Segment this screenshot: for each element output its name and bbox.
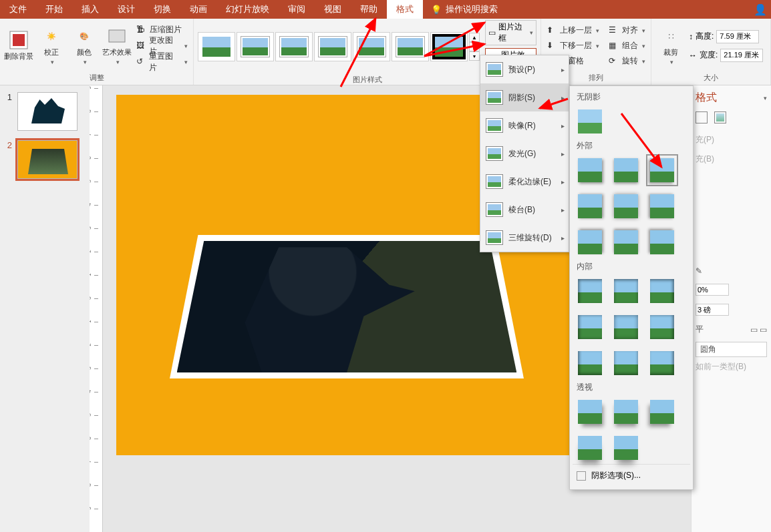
tab-slideshow[interactable]: 幻灯片放映 xyxy=(216,0,279,19)
shadow-option[interactable] xyxy=(650,279,674,303)
picture-icon[interactable] xyxy=(714,111,726,123)
crop-button[interactable]: ⸬ 裁剪 xyxy=(655,23,686,69)
color-label: 颜色 xyxy=(77,47,92,57)
tab-design[interactable]: 设计 xyxy=(108,0,144,19)
gallery-up-button[interactable]: ▲ xyxy=(469,33,480,42)
fill-option-p[interactable]: 充(P) xyxy=(696,130,767,150)
rotate-button[interactable]: ⟳旋转 xyxy=(607,54,647,69)
shadow-option[interactable] xyxy=(650,400,674,424)
size-input[interactable] xyxy=(696,304,729,316)
shadow-option[interactable] xyxy=(650,351,674,375)
transparency-row[interactable] xyxy=(696,280,767,300)
shadow-option[interactable] xyxy=(578,194,602,218)
shadow-option[interactable] xyxy=(578,436,602,460)
shadow-none-label: 无阴影 xyxy=(573,89,690,105)
picture-styles-gallery[interactable]: ▲ ▼ ▾ xyxy=(198,32,480,61)
send-backward-button[interactable]: ⬇下移一层 xyxy=(545,39,601,53)
gallery-more-button[interactable]: ▾ xyxy=(469,51,480,61)
tab-home[interactable]: 开始 xyxy=(36,0,72,19)
rounded-button[interactable]: 圆角 xyxy=(696,342,767,357)
lightbulb-icon: 💡 xyxy=(431,5,442,15)
shadow-option[interactable] xyxy=(578,351,602,375)
shadow-option[interactable] xyxy=(614,315,638,339)
style-thumb[interactable] xyxy=(314,32,351,61)
effects-rotate3d-item[interactable]: 三维旋转(D)▸ xyxy=(480,224,569,252)
effects-preset-item[interactable]: 预设(P)▸ xyxy=(480,55,569,83)
chevron-down-icon[interactable]: ▾ xyxy=(764,95,767,101)
tell-me-label: 操作说明搜索 xyxy=(446,3,498,15)
shadow-option[interactable] xyxy=(614,436,638,460)
effects-reflect-label: 映像(R) xyxy=(508,120,536,131)
tab-bar: 文件 开始 插入 设计 切换 动画 幻灯片放映 审阅 视图 帮助 格式 💡 操作… xyxy=(0,0,771,19)
shadow-option[interactable] xyxy=(578,400,602,424)
effects-shadow-item[interactable]: 阴影(S)▸ xyxy=(480,83,569,111)
style-thumb[interactable] xyxy=(392,32,429,61)
remove-bg-icon xyxy=(9,30,29,50)
tab-review[interactable]: 审阅 xyxy=(279,0,315,19)
shadow-option[interactable] xyxy=(614,230,638,254)
pencil-icon: ✎ xyxy=(696,266,702,276)
shadow-options-button[interactable]: 阴影选项(S)... xyxy=(573,464,690,487)
fill-option-b[interactable]: 充(B) xyxy=(696,150,767,169)
tab-format[interactable]: 格式 xyxy=(387,0,423,19)
picture-effects-menu: 预设(P)▸ 阴影(S)▸ 映像(R)▸ 发光(G)▸ 柔化边缘(E)▸ 棱台(… xyxy=(480,55,569,252)
shadow-option[interactable] xyxy=(650,315,674,339)
style-thumb[interactable] xyxy=(430,32,468,61)
group-objects-button[interactable]: ▦组合 xyxy=(607,39,647,53)
align-button[interactable]: ☰对齐 xyxy=(607,23,647,38)
effects-softedge-item[interactable]: 柔化边缘(E)▸ xyxy=(480,168,569,196)
color-button[interactable]: 🎨 颜色 xyxy=(69,23,100,69)
size-row[interactable] xyxy=(696,300,767,320)
corrections-button[interactable]: ☀️ 校正 xyxy=(37,23,67,69)
shadow-option[interactable] xyxy=(578,230,602,254)
style-thumb[interactable] xyxy=(237,32,274,61)
tab-transition[interactable]: 切换 xyxy=(144,0,180,19)
picture-border-label: 图片边框 xyxy=(498,21,527,44)
shadow-none-option[interactable] xyxy=(578,109,602,134)
shadow-persp-label: 透视 xyxy=(573,379,690,396)
tab-animation[interactable]: 动画 xyxy=(180,0,216,19)
shadow-option[interactable] xyxy=(614,158,638,182)
shadow-option[interactable] xyxy=(614,351,638,375)
effects-bevel-item[interactable]: 棱台(B)▸ xyxy=(480,196,569,224)
shadow-option[interactable] xyxy=(650,194,674,218)
shadow-option[interactable] xyxy=(578,279,602,303)
artistic-icon xyxy=(107,26,127,46)
reset-picture-button[interactable]: ↺重置图片 xyxy=(135,55,189,69)
edit-icon-row[interactable]: ✎ xyxy=(696,262,767,280)
gallery-down-button[interactable]: ▼ xyxy=(469,42,480,51)
shadow-option[interactable] xyxy=(578,158,602,182)
tab-view[interactable]: 视图 xyxy=(315,0,351,19)
account-icon[interactable]: 👤 xyxy=(754,3,767,16)
selected-picture[interactable] xyxy=(170,235,524,378)
shadow-option[interactable] xyxy=(614,400,638,424)
tab-help[interactable]: 帮助 xyxy=(351,0,387,19)
effects-reflect-item[interactable]: 映像(R)▸ xyxy=(480,111,569,140)
tab-file[interactable]: 文件 xyxy=(0,0,36,19)
width-input[interactable]: 21.19 厘米 xyxy=(720,49,763,62)
artistic-button[interactable]: 艺术效果 xyxy=(102,23,132,69)
style-thumb[interactable] xyxy=(275,32,313,61)
shadow-option[interactable] xyxy=(650,230,674,254)
tell-me[interactable]: 💡 操作说明搜索 xyxy=(423,3,506,15)
slide-thumb-2[interactable]: 2 xyxy=(5,140,84,179)
fill-icon[interactable] xyxy=(696,111,708,123)
transparency-input[interactable] xyxy=(696,284,729,296)
height-input[interactable]: 7.59 厘米 xyxy=(716,30,759,43)
shadow-option[interactable] xyxy=(578,315,602,339)
slide-thumb-1[interactable]: 1 xyxy=(5,92,84,131)
bring-forward-button[interactable]: ⬆上移一层 xyxy=(545,23,601,38)
shadow-option[interactable] xyxy=(614,279,638,303)
picture-border-button[interactable]: ▭图片边框▾ xyxy=(485,20,536,45)
effects-glow-item[interactable]: 发光(G)▸ xyxy=(480,140,569,168)
style-thumb[interactable] xyxy=(198,32,235,61)
width-row: ↔ 宽度: 21.19 厘米 xyxy=(689,47,763,63)
shadow-option[interactable] xyxy=(614,194,638,218)
shadow-option-selected[interactable] xyxy=(650,158,674,182)
style-thumb[interactable] xyxy=(353,32,390,61)
tab-insert[interactable]: 插入 xyxy=(72,0,108,19)
checkbox-icon xyxy=(577,471,586,481)
border-icon: ▭ xyxy=(488,28,496,37)
remove-background-button[interactable]: 删除背景 xyxy=(4,23,34,69)
vertical-ruler: 9876543210123456789 xyxy=(90,85,103,532)
